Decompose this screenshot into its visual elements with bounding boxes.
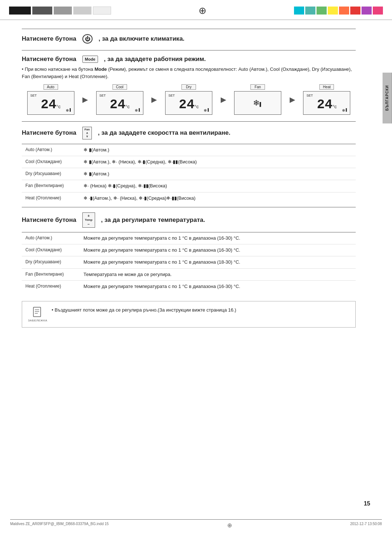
swatch-purple [362,7,372,15]
dry-set-label: SET [168,94,175,97]
section4-text-after: , за да регулирате температурата. [101,216,205,224]
svg-rect-0 [33,307,41,317]
mode-auto: Auto SET 24 °c ❄▌ [22,84,79,115]
fan-mode-5: Heat (Отопление) [22,192,80,204]
table-row: Heat (Отопление) ❄ ·▮(Автом.), ❄· (Ниска… [22,192,356,204]
auto-set-label: SET [30,94,37,97]
footer-file: Maldives ZE_AR09FSFP@_IBIM_DB68-03379A_B… [10,522,109,529]
color-block-5 [93,7,111,15]
arrow-1: ▶ [79,95,91,104]
display-cool: SET 24 °c ❄▌ [96,91,143,115]
mode-display-row: Auto SET 24 °c ❄▌ ▶ Cool SET [22,84,356,115]
fan-mode-4: Fan (Вентилиране) [22,180,80,192]
temp-button-icon: + Temp − [82,212,95,228]
note-box: ЗАБЕЛЕЖКА • Въздушният поток може да се … [22,301,356,328]
note-text-content: • Въздушният поток може да се регулира р… [52,306,236,314]
heat-set-label: SET [306,94,313,97]
table-row: Fan (Вентилиране) ❄· (Ниска) ❄·▮(Средна)… [22,180,356,192]
temp-desc-3: Можете да регулирате температурата с по … [80,256,356,268]
temp-desc-5: Можете да регулирате температурата с по … [80,280,356,292]
temp-desc-4: Температурата не може да се регулира. [80,268,356,280]
arrow-2: ▶ [148,95,160,104]
dry-fan-icons: ❄▌ [204,108,210,113]
table-row: Fan (Вентилиране) Температурата не може … [22,268,356,280]
fan-icon-display: ❄▌ [253,98,262,108]
reg-marks-right [294,7,383,15]
footer-crosshair: ⊕ [227,522,232,529]
page-number: 15 [364,500,370,507]
table-row: Auto (Автом.) Можете да регулирате темпе… [22,232,356,244]
fan-desc-1: ❄ ▮(Автом.) [80,144,356,156]
mode-heat-label: Heat [319,84,334,90]
color-block-2 [32,7,52,15]
fan-mode-2: Cool (Охлаждане) [22,156,80,168]
note-label-text: ЗАБЕЛЕЖКА [28,319,47,322]
mode-cool: Cool SET 24 °c ❄▌ [91,84,148,115]
swatch-cyan [294,7,304,15]
temp-mode-2: Cool (Охлаждане) [22,244,80,256]
table-row: Dry (Изсушаване) Можете да регулирате те… [22,256,356,268]
arrow-4: ▶ [287,95,298,104]
section2-body: • При всяко натискане на бутона Mode (Ре… [22,66,356,80]
table-row: Cool (Охлаждане) Можете да регулирате те… [22,244,356,256]
section3-title: Натиснете бутона Fan ∧ ∨ , за да зададет… [22,127,356,139]
swatch-red [350,7,360,15]
section1-title: Натиснете бутона ⏻ , за да включите клим… [22,34,356,44]
swatch-green [317,7,327,15]
section3-text-after: , за да зададете скоростта на вентилиран… [98,129,230,137]
temp-table: Auto (Автом.) Можете да регулирате темпе… [22,232,356,292]
mode-button-icon: Mode [82,56,98,63]
temp-mode-4: Fan (Вентилиране) [22,268,80,280]
cool-fan-icons: ❄▌ [135,108,141,113]
section2-title: Натиснете бутона Mode , за да зададете р… [22,56,356,63]
section-temp: Натиснете бутона + Temp − , за да регули… [22,207,356,292]
mode-fan-label: Fan [250,84,265,90]
fan-speed-table: Auto (Автом.) ❄ ▮(Автом.) Cool (Охлаждан… [22,144,356,204]
swatch-teal [305,7,315,15]
section3-text-before: Натиснете бутона [22,129,76,137]
table-row: Cool (Охлаждане) ❄ ▮(Автом.), ❄· (Ниска)… [22,156,356,168]
arrow-3: ▶ [218,95,229,104]
swatch-yellow [328,7,338,15]
auto-fan-icons: ❄▌ [66,108,72,113]
footer: Maldives ZE_AR09FSFP@_IBIM_DB68-03379A_B… [10,522,382,529]
note-icon: ЗАБЕЛЕЖКА [28,306,47,322]
section4-title: Натиснете бутона + Temp − , за да регули… [22,212,356,228]
color-block-4 [73,7,91,15]
footer-date: 2012-12-7 13:50:08 [350,522,382,529]
temp-mode-5: Heat (Отопление) [22,280,80,292]
cool-set-label: SET [99,94,106,97]
mode-fan: Fan ❄▌ [229,84,287,115]
fan-mode-1: Auto (Автом.) [22,144,80,156]
heat-temp: 24 [317,98,332,111]
temp-desc-2: Можете да регулирате температурата с по … [80,244,356,256]
section-power: Натиснете бутона ⏻ , за да включите клим… [22,29,356,50]
heat-fan-icons: ❄▌ [342,108,348,113]
auto-degree: °c [56,104,61,109]
fan-mode-3: Dry (Изсушаване) [22,168,80,180]
color-block-3 [54,7,72,15]
display-auto: SET 24 °c ❄▌ [27,91,74,115]
temp-mode-1: Auto (Автом.) [22,232,80,244]
temp-mode-3: Dry (Изсушаване) [22,256,80,268]
table-row: Auto (Автом.) ❄ ▮(Автом.) [22,144,356,156]
fan-desc-2: ❄ ▮(Автом.), ❄· (Ниска), ❄·▮(Средна), ❄·… [80,156,356,168]
section1-text-after: , за да включите климатика. [99,35,185,42]
mode-dry: Dry SET 24 °c ❄▌ [160,84,217,115]
section2-text-after: , за да зададете работния режим. [104,56,206,63]
table-row: Heat (Отопление) Можете да регулирате те… [22,280,356,292]
swatch-pink [373,7,383,15]
fan-button-icon: Fan ∧ ∨ [82,127,92,139]
display-fan: ❄▌ [234,91,281,115]
auto-temp: 24 [41,98,56,111]
power-button-icon: ⏻ [82,34,93,44]
crosshair-center: ⊕ [199,5,207,16]
mode-cool-label: Cool [113,84,127,90]
mode-dry-label: Dry [181,84,196,90]
mode-auto-label: Auto [44,84,58,90]
reg-marks-left [9,7,111,15]
section2-text-before: Натиснете бутона [22,56,76,63]
language-tab: БЪЛГАРСКИ [383,73,392,123]
swatch-orange [339,7,349,15]
cool-temp: 24 [110,98,125,111]
